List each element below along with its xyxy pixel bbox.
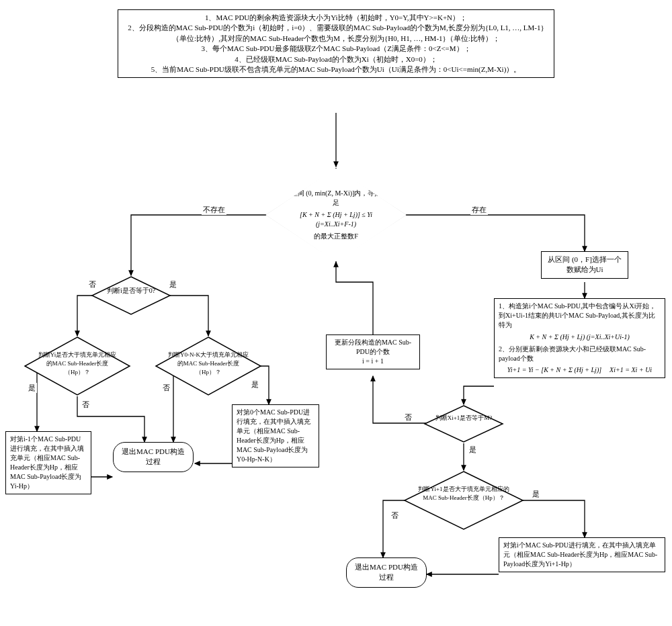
init-line-5: 5、当前MAC Sub-PDU级联不包含填充单元的MAC Sub-Payload…: [122, 64, 550, 75]
label-x-no: 否: [403, 412, 413, 422]
exit-terminator-right: 退出MAC PDU构造过程: [346, 557, 427, 588]
init-line-3: 3、每个MAC Sub-PDU最多能级联Z个MAC Sub-Payload（Z满…: [122, 44, 550, 54]
center-decision-bottom: 的最大正整数F: [314, 232, 358, 241]
construct-box: 1、构造第i个MAC Sub-PDU,其中包含编号从Xi开始，到Xi+Ui-1结…: [494, 298, 665, 378]
label-not-exist: 不存在: [202, 205, 226, 215]
construct-line1: 1、构造第i个MAC Sub-PDU,其中包含编号从Xi开始，到Xi+Ui-1结…: [499, 302, 661, 330]
label-y-yes: 是: [531, 489, 541, 499]
y-check-decision: 判断Yi+1是否大于填充单元相应的MAC Sub-Header长度（Hp）？: [403, 470, 524, 531]
construct-formula2b: Xi+1 = Xi + Ui: [610, 365, 652, 375]
center-decision-formula: [K + N + Σ (Hj + Lj)] ≤ Yi (j=Xi..Xi+F-1…: [282, 210, 390, 229]
label-x-yes: 是: [468, 445, 478, 455]
yi-check-decision: 判断Yi是否大于填充单元相应的MAC Sub-Header长度（Hp）？: [24, 336, 131, 396]
select-ui-box: 从区间 (0，F]选择一个数赋给为Ui: [541, 251, 628, 279]
init-conditions-box: 1、MAC PDU的剩余构造资源块大小为Yi比特（初始时，Y0=Y,其中Y>=K…: [118, 9, 554, 78]
update-i-box: 更新分段构造的MAC Sub-PDU的个数 i = i + 1: [326, 334, 420, 369]
construct-formula2a: Yi+1 = Yi − [K + N + Σ (Hj + Lj)]: [507, 365, 601, 375]
label-exist: 存在: [470, 205, 488, 215]
label-y0-yes: 是: [250, 379, 260, 390]
fill-prev-box: 对第i-1个MAC Sub-PDU进行填充，在其中插入填充单元（相应MAC Su…: [5, 431, 91, 494]
center-decision-top: 在区间 (0, min(Z, M-Xi)]内，寻找满足: [282, 189, 390, 208]
svg-marker-4: [92, 277, 170, 314]
label-y0-no: 否: [161, 383, 171, 393]
svg-marker-7: [425, 406, 503, 442]
x-check-decision: 判断Xi+1是否等于M?: [423, 404, 504, 443]
label-yi-no: 否: [81, 400, 91, 410]
exit-terminator-left: 退出MAC PDU构造过程: [113, 442, 194, 472]
label-i-zero-yes: 是: [168, 279, 178, 289]
label-y-no: 否: [390, 510, 400, 521]
init-line-4: 4、已经级联MAC Sub-Payload的个数为Xi（初始时，X0=0）；: [122, 54, 550, 64]
fill-i-box: 对第i个MAC Sub-PDU进行填充，在其中插入填充单元（相应MAC Sub-…: [499, 537, 665, 572]
construct-line2: 2、分别更新剩余资源块大小和已经级联MAC Sub-payload个数: [499, 345, 661, 363]
fill-zero-box: 对第0个MAC Sub-PDU进行填充，在其中插入填充单元（相应MAC Sub-…: [232, 404, 319, 467]
label-i-zero-no: 否: [87, 279, 97, 289]
center-decision: 在区间 (0, min(Z, M-Xi)]内，寻找满足 [K + N + Σ (…: [265, 168, 407, 262]
init-line-2: 2、分段构造的MAC Sub-PDU的个数为i（初始时，i=0）、需要级联的MA…: [122, 23, 550, 44]
label-yi-yes: 是: [27, 383, 37, 393]
i-zero-decision: 判断i是否等于0?: [91, 275, 171, 316]
init-line-1: 1、MAC PDU的剩余构造资源块大小为Yi比特（初始时，Y0=Y,其中Y>=K…: [122, 13, 550, 23]
construct-formula1: K + N + Σ (Hj + Lj) (j=Xi..Xi+Ui-1): [499, 332, 661, 342]
